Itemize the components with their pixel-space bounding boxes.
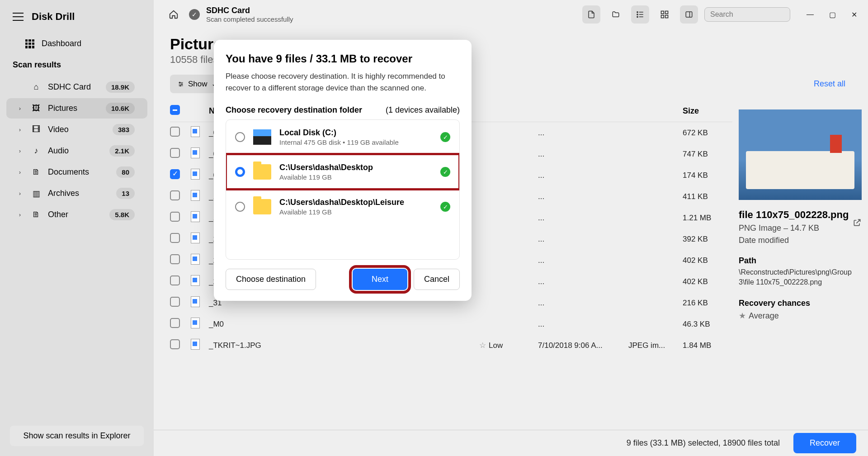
- next-button[interactable]: Next: [353, 269, 407, 290]
- destination-option[interactable]: C:\Users\dasha\Desktop\LeisureAvailable …: [226, 189, 459, 224]
- radio-button[interactable]: [235, 167, 245, 177]
- destination-detail: Available 119 GB: [279, 173, 373, 181]
- radio-button[interactable]: [235, 202, 245, 212]
- destination-detail: Internal 475 GB disk • 119 GB available: [279, 138, 399, 146]
- recovery-modal: You have 9 files / 33.1 MB to recover Pl…: [214, 40, 472, 301]
- choose-destination-button[interactable]: Choose destination: [226, 269, 316, 290]
- folder-icon: [253, 199, 271, 214]
- check-ok-icon: ✓: [440, 167, 450, 177]
- destination-option[interactable]: C:\Users\dasha\DesktopAvailable 119 GB✓: [226, 154, 459, 189]
- choose-folder-label: Choose recovery destination folder: [226, 105, 362, 115]
- cancel-button[interactable]: Cancel: [414, 269, 460, 290]
- modal-description: Please choose recovery destination. It i…: [226, 71, 460, 94]
- check-ok-icon: ✓: [440, 202, 450, 212]
- destination-name: Local Disk (C:): [279, 128, 399, 138]
- destination-name: C:\Users\dasha\Desktop\Leisure: [279, 198, 404, 207]
- destination-name: C:\Users\dasha\Desktop: [279, 163, 373, 172]
- disk-icon: [253, 129, 271, 145]
- destination-option[interactable]: Local Disk (C:)Internal 475 GB disk • 11…: [226, 120, 459, 154]
- destination-detail: Available 119 GB: [279, 208, 404, 216]
- radio-button[interactable]: [235, 132, 245, 142]
- check-ok-icon: ✓: [440, 132, 450, 142]
- folder-icon: [253, 164, 271, 180]
- modal-title: You have 9 files / 33.1 MB to recover: [226, 52, 460, 65]
- devices-available-label: (1 devices available): [386, 105, 460, 115]
